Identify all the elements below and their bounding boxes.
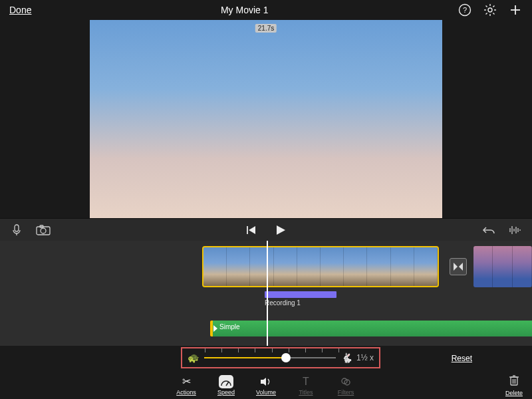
play-icon[interactable]	[273, 223, 288, 237]
hare-icon: 🐇	[341, 352, 352, 363]
tab-volume[interactable]: Volume	[252, 375, 280, 396]
svg-line-8	[493, 13, 494, 14]
voiceover-recording-clip[interactable]	[265, 291, 336, 298]
svg-point-16	[41, 228, 46, 233]
done-button[interactable]: Done	[9, 5, 31, 15]
transition-icon[interactable]	[450, 258, 467, 275]
speed-slider-highlight: 🐢 🐇 1½ x	[181, 347, 380, 368]
audio-waveform-icon[interactable]	[508, 223, 523, 237]
svg-line-29	[226, 382, 229, 386]
tab-filters[interactable]: Filters	[332, 375, 360, 396]
svg-text:?: ?	[463, 6, 467, 14]
preview-frame: 21.7s	[90, 20, 442, 218]
timeline[interactable]: Recording 1 Simple	[0, 241, 532, 346]
tab-titles[interactable]: T Titles	[292, 375, 320, 396]
scissors-icon: ✂	[179, 375, 194, 388]
speed-slider[interactable]	[204, 357, 336, 358]
recording-label: Recording 1	[265, 299, 301, 307]
svg-marker-20	[277, 225, 285, 235]
preview-viewer: 21.7s	[0, 20, 532, 218]
svg-marker-28	[459, 263, 463, 271]
trash-icon	[509, 374, 519, 389]
titles-icon: T	[299, 375, 313, 388]
music-play-indicator-icon	[213, 325, 217, 332]
svg-line-10	[493, 6, 494, 7]
music-label: Simple	[219, 323, 240, 331]
svg-marker-27	[454, 263, 458, 271]
voiceover-icon[interactable]	[9, 223, 24, 237]
svg-point-2	[488, 8, 492, 12]
speed-slider-ticks	[205, 348, 339, 354]
tab-speed[interactable]: Speed	[212, 375, 240, 396]
svg-marker-30	[261, 378, 266, 386]
svg-line-9	[486, 13, 487, 14]
svg-line-7	[486, 6, 487, 7]
speed-value: 1½ x	[356, 353, 374, 362]
settings-icon[interactable]	[483, 3, 497, 17]
reset-button[interactable]: Reset	[452, 354, 472, 363]
video-clip-selected[interactable]	[202, 246, 439, 287]
svg-rect-13	[15, 225, 19, 231]
project-title: My Movie 1	[31, 5, 458, 15]
speedometer-icon	[219, 375, 233, 388]
skip-back-icon[interactable]	[244, 223, 259, 237]
delete-button[interactable]: Delete	[505, 374, 523, 396]
speed-slider-knob[interactable]	[281, 353, 291, 362]
playhead[interactable]	[267, 241, 268, 346]
video-clip-2[interactable]	[473, 246, 532, 287]
filters-icon	[338, 375, 353, 388]
camera-icon[interactable]	[36, 223, 51, 237]
help-icon[interactable]: ?	[458, 3, 472, 17]
clip-duration-badge: 21.7s	[255, 24, 277, 33]
tab-actions[interactable]: ✂ Actions	[172, 375, 200, 396]
undo-icon[interactable]	[481, 223, 496, 237]
volume-icon	[259, 375, 273, 388]
music-track[interactable]: Simple	[210, 321, 532, 336]
turtle-icon: 🐢	[188, 352, 199, 363]
svg-marker-19	[249, 226, 255, 234]
add-media-icon[interactable]	[508, 3, 523, 17]
